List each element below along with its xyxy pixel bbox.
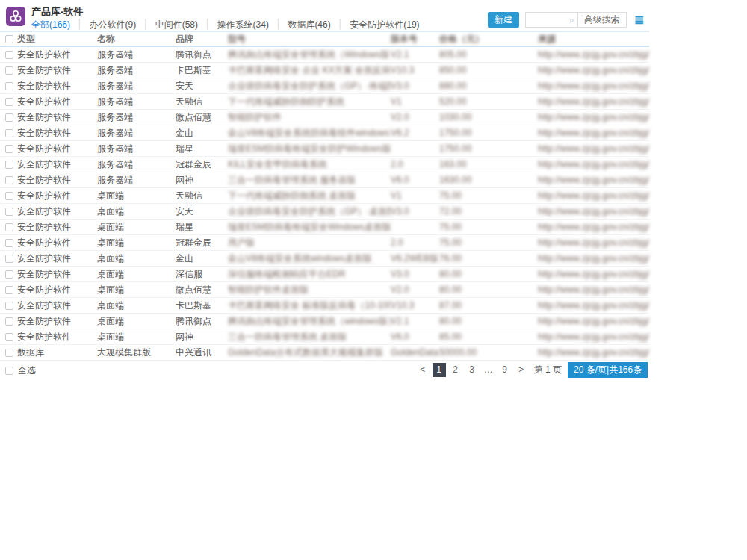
table-row[interactable]: 安全防护软件桌面端深信服深信服终端检测响应平台EDRV3.080.00http:… <box>0 267 649 282</box>
page-button-9[interactable]: 9 <box>498 363 512 377</box>
filter-tab-5[interactable]: 安全防护软件(19) <box>350 19 419 31</box>
cell-price: 1750.00 <box>439 143 538 154</box>
row-checkbox[interactable] <box>5 161 13 169</box>
cell-type: 安全防护软件 <box>17 299 97 312</box>
cell-price: 1030.00 <box>439 112 538 122</box>
row-checkbox[interactable] <box>5 349 13 357</box>
table-row[interactable]: 安全防护软件服务器端网神三合一防病毒管理系统 服务器版V6.01630.00ht… <box>0 172 649 188</box>
filter-tab-3[interactable]: 操作系统(34) <box>217 19 269 31</box>
cell-price: 80.00 <box>439 269 538 279</box>
page-button->[interactable]: > <box>515 363 528 377</box>
page-button-1[interactable]: 1 <box>433 363 446 377</box>
cell-brand: 腾讯御点 <box>176 315 228 328</box>
cell-type: 安全防护软件 <box>17 96 97 108</box>
select-all-label: 全选 <box>18 364 36 377</box>
table-row[interactable]: 安全防护软件桌面端冠群金辰用户版2.075.00http://www.zjcjg… <box>0 235 649 251</box>
row-checkbox[interactable] <box>5 208 13 216</box>
cell-brand: 微点佰慧 <box>176 111 228 124</box>
cell-price: 520.00 <box>439 96 538 107</box>
table-row[interactable]: 安全防护软件服务器端微点佰慧智能防护软件V2.01030.00http://ww… <box>0 110 649 125</box>
row-checkbox[interactable] <box>5 145 13 153</box>
cell-type: 安全防护软件 <box>17 331 97 343</box>
cell-version: V3.0 <box>391 269 439 279</box>
cell-name: 桌面端 <box>97 205 176 218</box>
cell-brand: 网神 <box>176 174 228 187</box>
row-checkbox[interactable] <box>5 66 13 75</box>
cell-brand: 金山 <box>176 127 228 140</box>
cell-type: 安全防护软件 <box>17 237 97 249</box>
table-row[interactable]: 安全防护软件服务器端天融信下一代终端威胁防御防护系统V1520.00http:/… <box>0 94 649 110</box>
row-checkbox[interactable] <box>5 82 13 90</box>
page-button-2[interactable]: 2 <box>449 363 462 377</box>
table-row[interactable]: 安全防护软件服务器端安天企业级防病毒安全防护系统（GP）·终端防病毒版V3.08… <box>0 78 649 94</box>
cell-type: 安全防护软件 <box>17 80 97 93</box>
row-checkbox[interactable] <box>5 129 13 137</box>
filter-tab-2[interactable]: 中间件(58) <box>155 19 198 31</box>
advanced-search-button[interactable]: 高级搜索 <box>577 13 626 27</box>
cell-price: 50000.00 <box>439 347 538 358</box>
row-checkbox[interactable] <box>5 333 13 341</box>
filter-tab-4[interactable]: 数据库(46) <box>288 19 330 31</box>
cell-type: 安全防护软件 <box>17 190 97 202</box>
cell-source: http://www.zjcjg.gov.cn/zbjg/ <box>538 159 649 169</box>
select-all-checkbox[interactable] <box>5 367 13 375</box>
cell-brand: 卡巴斯基 <box>176 299 228 312</box>
table-row[interactable]: 安全防护软件桌面端微点佰慧智能防护软件桌面版V2.080.00http://ww… <box>0 282 649 298</box>
table-row[interactable]: 安全防护软件桌面端安天企业级防病毒安全防护系统（GP）·桌面防病毒版V3.072… <box>0 204 649 220</box>
row-checkbox[interactable] <box>5 270 13 279</box>
search-icon[interactable]: ⌕ <box>569 15 577 25</box>
table-row[interactable]: 安全防护软件服务器端金山金山V8终端安全系统防病毒组件windows服务器版V6… <box>0 125 649 141</box>
cell-source: http://www.zjcjg.gov.cn/zbjg/ <box>538 222 649 232</box>
new-button[interactable]: 新建 <box>488 12 519 28</box>
table-header-row: 类型名称品牌型号版本号价格（元）来源 <box>0 32 649 47</box>
table-row[interactable]: 安全防护软件服务器端冠群金辰KILL安全胄甲防病毒系统2.0163.00http… <box>0 157 649 172</box>
row-checkbox[interactable] <box>5 255 13 263</box>
table-row[interactable]: 数据库大规模集群版中兴通讯GoldenData分布式数据库大规模集群版Golde… <box>0 345 649 361</box>
cell-desc: 卡巴斯基网络安全 企业 KX方案 全面反病毒（10-100）授权… <box>228 64 391 77</box>
cell-price: 880.00 <box>439 81 538 91</box>
header-checkbox[interactable] <box>5 35 13 43</box>
table-row[interactable]: 安全防护软件服务器端腾讯御点腾讯御点终端安全管理系统（Windows版）V2.1… <box>0 47 649 63</box>
row-checkbox[interactable] <box>5 176 13 184</box>
cell-type: 安全防护软件 <box>17 315 97 328</box>
filter-separator: │ <box>77 19 83 31</box>
cell-name: 服务器端 <box>97 174 176 187</box>
filter-separator: │ <box>143 19 149 31</box>
table-row[interactable]: 安全防护软件服务器端瑞星瑞星ESM防病毒终端安全防护Windows版 服务器版1… <box>0 141 649 157</box>
table-row[interactable]: 安全防护软件桌面端天融信下一代终端威胁防御系统 桌面版V175.00http:/… <box>0 188 649 204</box>
table-search-input[interactable] <box>526 13 569 27</box>
page-button-<[interactable]: < <box>416 363 430 377</box>
cell-version: 2.0 <box>391 237 439 248</box>
row-checkbox[interactable] <box>5 317 13 326</box>
cell-desc: 深信服终端检测响应平台EDR <box>228 268 391 281</box>
row-checkbox[interactable] <box>5 192 13 200</box>
cell-source: http://www.zjcjg.gov.cn/zbjg/ <box>538 65 649 75</box>
page-button-…[interactable]: … <box>482 363 495 377</box>
list-view-icon[interactable]: ≣ <box>634 13 643 27</box>
cell-name: 大规模集群版 <box>97 346 176 359</box>
cell-name: 桌面端 <box>97 331 176 343</box>
row-checkbox[interactable] <box>5 113 13 122</box>
table-row[interactable]: 安全防护软件桌面端金山金山V8终端安全系统windows桌面版V6.2WEB版7… <box>0 251 649 267</box>
table-row[interactable]: 安全防护软件桌面端腾讯御点腾讯御点终端安全管理系统（windows版）V2.1V… <box>0 314 649 329</box>
row-checkbox[interactable] <box>5 239 13 247</box>
cell-price: 80.00 <box>439 316 538 326</box>
filter-tab-0[interactable]: 全部(166) <box>31 19 70 31</box>
row-checkbox[interactable] <box>5 51 13 59</box>
cell-source: http://www.zjcjg.gov.cn/zbjg/ <box>538 128 649 138</box>
row-checkbox[interactable] <box>5 302 13 310</box>
row-checkbox[interactable] <box>5 223 13 231</box>
table-row[interactable]: 安全防护软件桌面端卡巴斯基卡巴斯基网络安全 标准版反病毒（10-100）·KX…… <box>0 298 649 314</box>
table-row[interactable]: 安全防护软件服务器端卡巴斯基卡巴斯基网络安全 企业 KX方案 全面反病毒（10-… <box>0 63 649 78</box>
cell-price: 850.00 <box>439 65 538 75</box>
table-row[interactable]: 安全防护软件桌面端网神三合一防病毒管理系统 桌面版V6.085.00http:/… <box>0 329 649 345</box>
cell-source: http://www.zjcjg.gov.cn/zbjg/ <box>538 143 649 154</box>
row-checkbox[interactable] <box>5 98 13 106</box>
cell-version: V6.0 <box>391 175 439 185</box>
cell-brand: 天融信 <box>176 96 228 108</box>
table-row[interactable]: 安全防护软件桌面端瑞星瑞星ESM防病毒终端安全Windows桌面版75.00ht… <box>0 220 649 235</box>
filter-tab-1[interactable]: 办公软件(9) <box>90 19 137 31</box>
page-button-3[interactable]: 3 <box>465 363 479 377</box>
row-checkbox[interactable] <box>5 286 13 294</box>
cell-name: 桌面端 <box>97 221 176 234</box>
